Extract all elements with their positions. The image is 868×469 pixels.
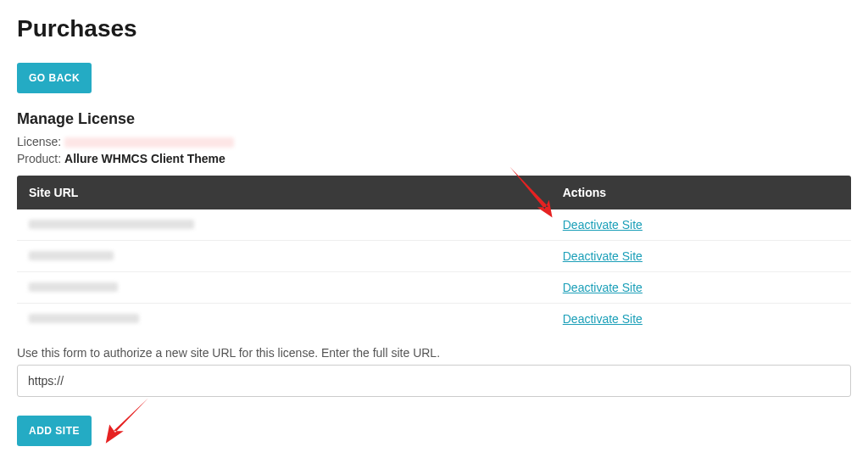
go-back-button[interactable]: Go Back [17,63,92,93]
deactivate-site-link[interactable]: Deactivate Site [563,312,643,326]
manage-license-heading: Manage License [17,110,851,128]
deactivate-site-link[interactable]: Deactivate Site [563,249,643,263]
product-line: Product: Allure WHMCS Client Theme [17,152,851,165]
table-row: Deactivate Site [17,209,851,241]
license-value-redacted [64,137,234,148]
product-name: Allure WHMCS Client Theme [64,152,225,165]
actions-cell: Deactivate Site [551,272,851,304]
actions-cell: Deactivate Site [551,241,851,272]
site-url-redacted [29,220,194,229]
actions-cell: Deactivate Site [551,304,851,335]
arrow-annotation-2 [97,394,157,449]
site-url-cell [17,272,551,304]
page-title: Purchases [17,15,851,42]
form-help-text: Use this form to authorize a new site UR… [17,346,851,360]
actions-cell: Deactivate Site [551,209,851,241]
license-line: License: [17,135,851,148]
table-row: Deactivate Site [17,241,851,272]
deactivate-site-link[interactable]: Deactivate Site [563,218,643,232]
site-url-input[interactable] [17,365,851,397]
site-url-cell [17,209,551,241]
license-sites-table: Site URL Actions Deactivate SiteDeactiva… [17,176,851,334]
table-row: Deactivate Site [17,272,851,304]
site-url-cell [17,241,551,272]
site-url-redacted [29,314,139,323]
add-site-button[interactable]: Add Site [17,416,92,446]
table-row: Deactivate Site [17,304,851,335]
site-url-redacted [29,282,118,292]
deactivate-site-link[interactable]: Deactivate Site [563,281,643,294]
site-url-cell [17,304,551,335]
site-url-redacted [29,251,114,260]
col-site-url: Site URL [17,176,551,209]
col-actions: Actions [551,176,851,209]
license-label: License: [17,135,61,148]
product-label: Product: [17,152,61,165]
